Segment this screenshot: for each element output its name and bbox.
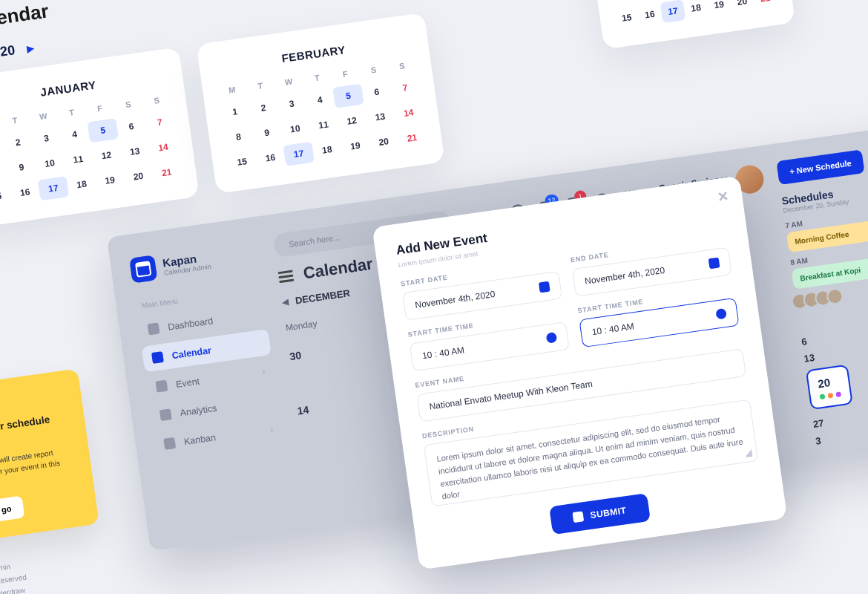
clock-icon — [546, 332, 558, 344]
day-cell[interactable]: 11 — [308, 113, 339, 137]
day-cell[interactable]: 10 — [280, 117, 311, 141]
day-cell[interactable]: 18 — [66, 172, 97, 197]
month-card-january: JANUARY MTWTFSS 123456789101112131415161… — [0, 47, 200, 228]
month-grid[interactable]: 123456789101112131415161718192021 — [607, 0, 778, 30]
year-label: 2020 — [0, 42, 16, 62]
day-cell[interactable]: 18 — [312, 137, 343, 162]
day-cell[interactable]: 4 — [304, 88, 335, 112]
home-icon — [148, 322, 160, 335]
day-cell[interactable]: 7 — [389, 76, 421, 100]
day-cell[interactable]: 12 — [336, 108, 367, 133]
page-title: Calendar — [0, 0, 50, 34]
day-cell[interactable]: 19 — [706, 0, 732, 16]
day-cell[interactable]: 9 — [251, 120, 283, 145]
day-cell[interactable]: 14 — [393, 101, 424, 125]
sidebar: Kapan Calendar Admin Main Menu Dashboard… — [125, 230, 299, 549]
day-cell[interactable]: 20 — [368, 130, 399, 154]
day-cell[interactable]: 5 — [333, 84, 364, 108]
selected-day[interactable]: 20 — [806, 365, 853, 410]
day-cell[interactable]: 3 — [30, 126, 62, 151]
day-cell[interactable]: 10 — [34, 151, 65, 175]
day-cell[interactable]: 20 — [729, 0, 755, 13]
page-title: Calendar — [302, 255, 374, 284]
promo-card: Manage your schedule right now Our AI sy… — [0, 368, 99, 546]
day-cell[interactable]: 8 — [223, 125, 254, 149]
day-cell[interactable]: 2 — [2, 130, 33, 154]
day-cell[interactable]: 17 — [283, 142, 315, 166]
calendar-icon — [708, 257, 720, 269]
calendar-icon — [151, 351, 164, 364]
add-event-modal: ✕ Add New Event Lorem ipsum dolor sit am… — [372, 176, 787, 570]
day-cell[interactable]: 4 — [59, 122, 91, 146]
day-cell[interactable]: 17 — [660, 0, 685, 23]
day-cell[interactable]: 17 — [38, 176, 69, 200]
day-cell[interactable]: 11 — [62, 147, 93, 172]
month-label: DECEMBER — [295, 287, 351, 306]
day-cell[interactable]: 6 — [116, 114, 147, 139]
day-cell[interactable]: 15 — [226, 149, 257, 174]
day-cell[interactable]: 1 — [220, 99, 251, 124]
day-cell[interactable]: 21 — [151, 160, 183, 185]
day-cell[interactable]: 3 — [276, 91, 307, 116]
chevron-right-icon: › — [270, 425, 274, 433]
day-cell[interactable]: 21 — [752, 0, 778, 10]
day-cell[interactable]: 9 — [634, 0, 660, 1]
day-cell[interactable]: 19 — [94, 168, 125, 192]
save-icon — [572, 511, 584, 523]
brand-icon — [129, 255, 157, 283]
clock-icon — [715, 308, 727, 320]
brand: Kapan Calendar Admin — [129, 241, 259, 284]
day-cell[interactable]: 21 — [396, 125, 427, 150]
day-cell[interactable]: 13 — [119, 139, 151, 163]
day-cell[interactable]: 5 — [88, 118, 119, 143]
day-cell[interactable]: 15 — [614, 6, 640, 30]
month-grid[interactable]: 123456789101112131415161718192021 — [0, 110, 183, 209]
year-next-icon[interactable]: ▶ — [22, 42, 39, 54]
day-cell[interactable]: 7 — [144, 110, 175, 134]
promo-body: Our AI systems will create report automa… — [0, 444, 79, 495]
submit-button[interactable]: SUBMIT — [549, 493, 651, 535]
chevron-right-icon: › — [262, 368, 266, 376]
promo-cta-button[interactable]: OK, Lets go — [0, 496, 24, 528]
new-schedule-button[interactable]: + New Schedule — [776, 149, 864, 185]
day-cell[interactable]: 14 — [148, 135, 179, 160]
day-cell[interactable]: 16 — [254, 146, 286, 170]
calendar-icon — [539, 281, 550, 293]
day-cell[interactable]: 20 — [122, 164, 154, 189]
day-cell[interactable]: 16 — [10, 180, 41, 205]
day-cell[interactable]: 8 — [610, 0, 636, 4]
day-cell[interactable]: 6 — [361, 79, 392, 104]
bolt-icon — [155, 380, 168, 393]
day-cell[interactable]: 13 — [364, 105, 395, 129]
day-cell[interactable]: 9 — [6, 155, 37, 180]
chart-icon — [160, 408, 172, 421]
day-cell[interactable]: 12 — [91, 143, 122, 168]
day-cell[interactable]: 2 — [248, 96, 279, 120]
month-card-february: FEBRUARY MTWTFSS 12345678910111213141516… — [196, 13, 444, 194]
close-icon[interactable]: ✕ — [717, 188, 730, 206]
month-prev-icon[interactable]: ◀ — [281, 297, 289, 307]
board-icon — [163, 437, 176, 450]
day-cell[interactable]: 16 — [637, 2, 662, 26]
day-cell[interactable]: 18 — [683, 0, 709, 20]
menu-icon[interactable] — [277, 267, 295, 285]
day-cell[interactable]: 19 — [340, 134, 371, 158]
weekday-monday: Monday — [285, 319, 318, 333]
footer-credits: Kapan Calendar Admin © 2020 All Rights R… — [0, 558, 29, 594]
